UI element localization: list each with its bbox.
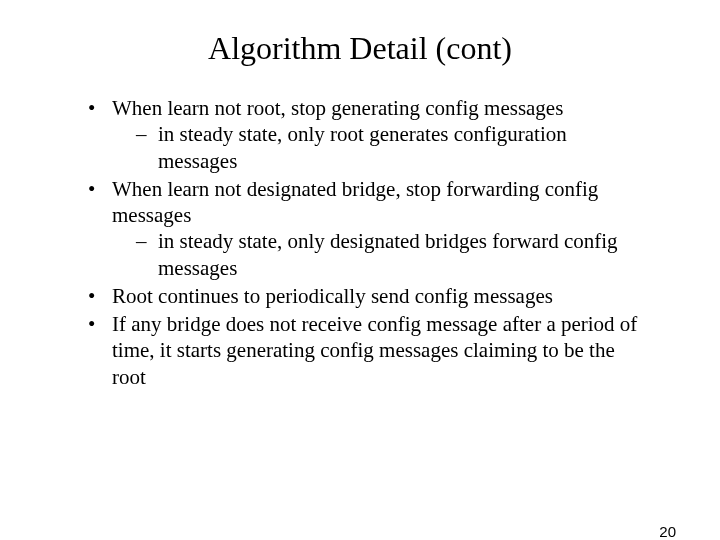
- sub-list: in steady state, only designated bridges…: [136, 228, 650, 281]
- slide-title: Algorithm Detail (cont): [0, 30, 720, 67]
- list-item: Root continues to periodically send conf…: [88, 283, 650, 309]
- bullet-text: in steady state, only designated bridges…: [158, 229, 618, 279]
- sub-list: in steady state, only root generates con…: [136, 121, 650, 174]
- list-item: When learn not root, stop generating con…: [88, 95, 650, 174]
- bullet-text: If any bridge does not receive config me…: [112, 312, 637, 389]
- bullet-text: Root continues to periodically send conf…: [112, 284, 553, 308]
- list-item: When learn not designated bridge, stop f…: [88, 176, 650, 281]
- bullet-text: When learn not root, stop generating con…: [112, 96, 563, 120]
- slide-body: When learn not root, stop generating con…: [88, 95, 650, 390]
- slide: Algorithm Detail (cont) When learn not r…: [0, 30, 720, 540]
- list-item: in steady state, only designated bridges…: [136, 228, 650, 281]
- bullet-text: When learn not designated bridge, stop f…: [112, 177, 598, 227]
- list-item: If any bridge does not receive config me…: [88, 311, 650, 390]
- list-item: in steady state, only root generates con…: [136, 121, 650, 174]
- bullet-list: When learn not root, stop generating con…: [88, 95, 650, 390]
- page-number: 20: [659, 523, 676, 540]
- bullet-text: in steady state, only root generates con…: [158, 122, 567, 172]
